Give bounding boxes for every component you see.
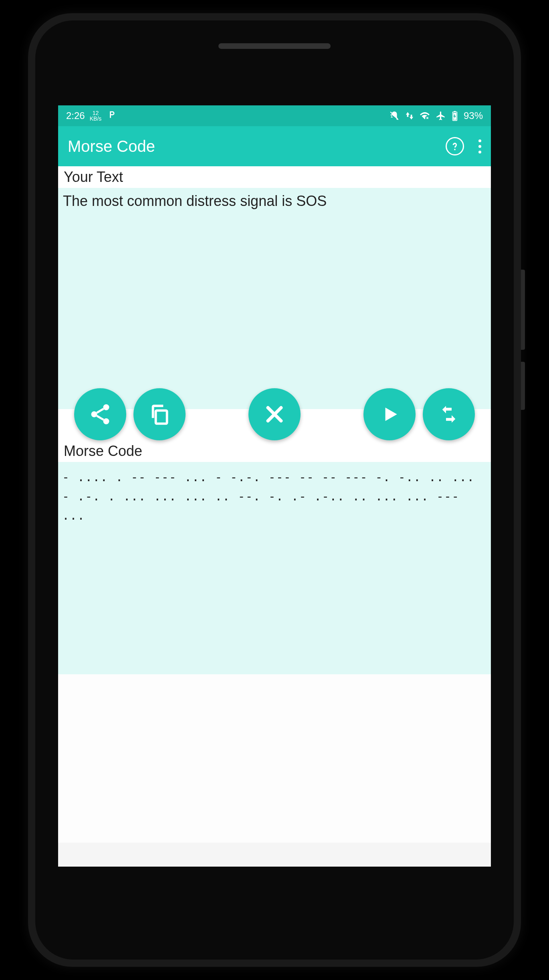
share-button[interactable] — [74, 388, 126, 440]
status-time: 2:26 — [66, 110, 85, 121]
output-label: Morse Code — [58, 440, 491, 462]
battery-icon — [452, 111, 458, 121]
power-button[interactable] — [521, 362, 525, 410]
data-icon — [405, 111, 414, 120]
svg-point-7 — [103, 418, 109, 424]
action-button-row — [58, 388, 491, 440]
airplane-icon — [436, 111, 446, 121]
help-button[interactable] — [446, 137, 464, 155]
wifi-icon — [420, 111, 430, 121]
phone-frame: 2:26 12 KB/s — [0, 0, 549, 980]
app-bar: Morse Code — [58, 126, 491, 166]
play-button[interactable] — [363, 388, 416, 440]
blank-area — [58, 674, 491, 843]
mute-icon — [389, 111, 400, 121]
copy-icon — [148, 403, 171, 425]
clear-button[interactable] — [248, 388, 301, 440]
screen: 2:26 12 KB/s — [58, 105, 491, 867]
p-icon — [106, 110, 115, 121]
battery-percent: 93% — [464, 110, 483, 121]
svg-point-5 — [103, 404, 109, 410]
svg-rect-8 — [156, 411, 167, 424]
phone-body: 2:26 12 KB/s — [28, 13, 521, 967]
text-input[interactable]: The most common distress signal is SOS — [58, 188, 491, 388]
svg-point-6 — [91, 411, 97, 417]
status-network-speed: 12 KB/s — [90, 110, 102, 121]
volume-button[interactable] — [521, 270, 525, 350]
input-label: Your Text — [58, 166, 491, 188]
play-icon — [379, 404, 400, 424]
overflow-menu-button[interactable] — [478, 139, 481, 153]
swap-button[interactable] — [423, 388, 475, 440]
morse-output[interactable]: - .... . -- --- ... - -.-. --- -- -- ---… — [58, 462, 491, 674]
copy-button[interactable] — [133, 388, 186, 440]
phone-speaker — [218, 43, 331, 49]
swap-icon — [438, 403, 460, 425]
share-icon — [88, 402, 112, 426]
svg-rect-3 — [454, 111, 456, 112]
close-icon — [263, 403, 286, 425]
app-title: Morse Code — [68, 137, 155, 155]
status-bar: 2:26 12 KB/s — [58, 105, 491, 126]
